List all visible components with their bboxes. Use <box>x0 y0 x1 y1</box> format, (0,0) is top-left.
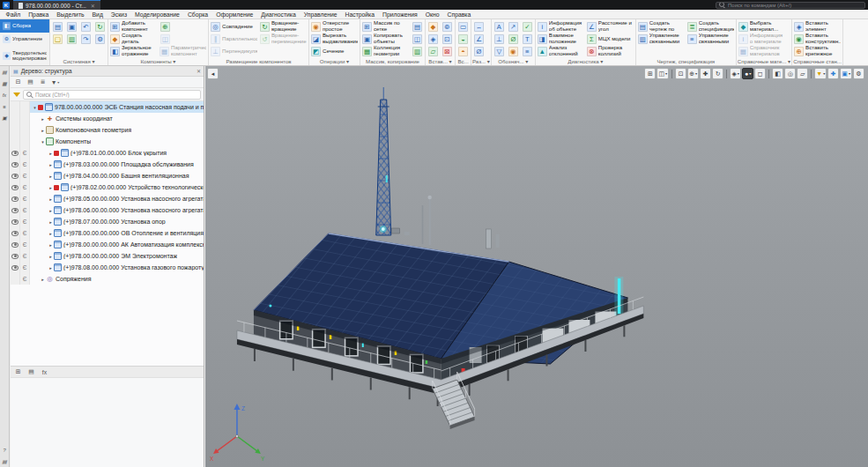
grid-pattern-button[interactable]: ⊞Массив по сетке <box>361 20 410 33</box>
tree-filter-icon[interactable]: ▼▾ <box>50 78 60 87</box>
tree-row-978-01[interactable]: Є▸(+)978.01.00.00.000 Блок укрытия <box>11 147 204 159</box>
app-logo-icon[interactable]: K <box>3 2 10 9</box>
pattern-by-points-button[interactable]: ▥ <box>411 45 424 57</box>
scene-settings-icon[interactable]: ▣▾ <box>840 68 852 79</box>
section-button[interactable]: ◩Сечение <box>310 45 359 57</box>
simple-hole-button[interactable]: ◉Отверстие простое <box>310 20 359 33</box>
mass-properties-button[interactable]: ΣМЦХ модели <box>586 33 634 45</box>
object-info-button[interactable]: iИнформация об объекте <box>537 20 585 33</box>
cut-extrude-button[interactable]: ◪Вырезать выдавливанием <box>310 33 359 45</box>
new-document-button[interactable]: ▤ <box>51 20 64 33</box>
visibility-eye-cell[interactable] <box>11 262 20 273</box>
expand-arrow-icon[interactable]: ▸ <box>48 231 54 236</box>
check-mark-button[interactable]: ✓ <box>521 20 534 33</box>
tree-tab-structure-icon[interactable]: ⊞ <box>13 367 23 377</box>
perpendicular-button[interactable]: ⊥Перпендикулярность <box>210 45 258 57</box>
menu-diagnostics[interactable]: Диагностика <box>257 10 300 19</box>
expand-arrow-icon[interactable]: ▸ <box>48 254 54 259</box>
expand-arrow-icon[interactable]: ▸ <box>48 265 54 271</box>
collision-check-button[interactable]: ⊗Проверка коллизий <box>586 45 634 57</box>
snap-settings-icon[interactable]: ✚ <box>827 68 839 79</box>
text-button[interactable]: Т <box>521 33 534 45</box>
expand-arrow-icon[interactable]: ▸ <box>48 196 54 202</box>
tree-grouping-icon[interactable]: ≣ <box>38 78 48 87</box>
expand-arrow-icon[interactable]: ▸ <box>48 174 54 179</box>
angular-dimension-button[interactable]: ∠ <box>472 33 486 45</box>
undo-button[interactable]: ↶ <box>79 20 93 33</box>
add-from-app-button[interactable]: ⊕ <box>159 20 172 33</box>
visibility-eye-cell[interactable] <box>11 193 20 204</box>
mirror-pattern-button[interactable]: ◫ <box>411 33 424 45</box>
menu-sketch[interactable]: Эскиз <box>107 10 130 19</box>
tree-row-978-02[interactable]: Є▸(+)978.02.00.00.000 Устройство техноло… <box>11 182 204 193</box>
insert-layout-button[interactable]: ▱ <box>427 45 440 57</box>
relative-position-button[interactable]: ◨Взаимное положение <box>537 33 585 45</box>
execution-cell[interactable]: Є <box>20 170 30 182</box>
execution-cell[interactable]: Є <box>20 216 30 227</box>
visibility-eye-cell[interactable] <box>11 159 20 170</box>
diagnostics-panel-tab-icon[interactable]: ≡ <box>1 102 9 110</box>
menu-assembly[interactable]: Сборка <box>183 10 211 19</box>
tree-panel-close-icon[interactable]: ✕ <box>197 68 201 74</box>
parallel-button[interactable]: ∥Параллельность <box>210 33 258 45</box>
execution-cell[interactable] <box>20 136 30 147</box>
insert-plane-button[interactable]: ⊡ <box>441 33 454 45</box>
visibility-eye-cell[interactable] <box>11 113 20 124</box>
tree-row-978-05[interactable]: Є▸(+)978.05.00.00.000 Установка насосног… <box>11 193 204 204</box>
hidden-lines-icon[interactable]: ◻ <box>754 68 766 79</box>
create-drawing-button[interactable]: ▤Создать чертеж по шаблону <box>637 20 686 33</box>
execution-cell[interactable] <box>20 101 30 113</box>
layout-geometry-button[interactable]: ◫ <box>159 33 172 45</box>
print-button[interactable]: ▥ <box>65 33 78 45</box>
datum-button[interactable]: ⊥ <box>493 33 506 45</box>
execution-cell[interactable] <box>20 124 30 136</box>
parametric-component-button[interactable]: ▦Параметрический компонент <box>159 45 207 57</box>
menu-applications[interactable]: Приложения <box>379 10 422 19</box>
visibility-eye-cell[interactable] <box>11 204 20 216</box>
help-panel-tab-icon[interactable]: ? <box>1 446 9 454</box>
aux-point-button[interactable]: ◓ <box>456 45 470 57</box>
execution-cell[interactable]: Є <box>20 147 30 159</box>
expand-arrow-icon[interactable]: ▸ <box>48 219 54 225</box>
select-material-button[interactable]: ◆Выбрать материал... <box>738 20 786 33</box>
visibility-eye-cell[interactable] <box>11 101 20 113</box>
insert-axis-button[interactable]: ⊚ <box>441 20 454 33</box>
visibility-eye-cell[interactable] <box>11 239 20 250</box>
centerline-button[interactable]: ≡ <box>521 45 534 57</box>
distance-angle-button[interactable]: ∠Расстояние и угол <box>586 20 634 33</box>
tree-row-978-08[interactable]: Є▸(+)978.08.00.00.000 Установка газового… <box>11 262 204 273</box>
expand-arrow-icon[interactable]: ▾ <box>40 139 46 145</box>
execution-cell[interactable]: Є <box>20 227 30 239</box>
menu-help[interactable]: Справка <box>443 10 475 19</box>
insert-point-button[interactable]: ⊠ <box>441 45 454 57</box>
tree-row-978-03[interactable]: Є▸(+)978.03.00.00.000 Площадка обслужива… <box>11 159 204 170</box>
save-document-button[interactable]: ▣ <box>65 20 78 33</box>
collapse-tree-button[interactable]: ◂ <box>207 68 219 79</box>
clip-area-icon[interactable]: ▱ <box>797 68 808 79</box>
insert-fastener-button[interactable]: ⊕Вставить крепежное со... <box>793 45 842 57</box>
tree-row-components[interactable]: ▾Компоненты <box>11 136 204 147</box>
geometry-collection-button[interactable]: ▦Коллекция геометрии <box>361 45 410 57</box>
visibility-eye-cell[interactable] <box>11 124 20 136</box>
libraries-panel-tab-icon[interactable]: ▣ <box>1 114 9 122</box>
aux-plane-button[interactable]: ▭ <box>456 20 470 33</box>
insert-structural-button[interactable]: ◉Вставить конструктивн... <box>793 33 842 45</box>
section-view-icon[interactable]: ◧ <box>772 68 783 79</box>
tree-panel-tab-icon[interactable]: ▤ <box>1 68 9 76</box>
deviation-analysis-button[interactable]: ▲Анализ отклонений <box>537 45 585 57</box>
tree-row-coordinate-systems[interactable]: ▸Системы координат <box>11 113 204 124</box>
execution-cell[interactable]: Є <box>20 159 30 170</box>
note-button[interactable]: A <box>493 20 506 33</box>
execution-cell[interactable] <box>20 113 30 124</box>
system-settings-button[interactable]: ⚙ <box>93 33 107 45</box>
visibility-eye-cell[interactable] <box>11 216 20 227</box>
tree-row-root[interactable]: ▾978.00.00.00.000 ЭСБ Станция насосная п… <box>11 101 204 113</box>
expand-arrow-icon[interactable]: ▸ <box>48 242 54 248</box>
aux-axis-button[interactable]: ◒ <box>456 33 470 45</box>
menu-window[interactable]: Окно <box>421 10 443 19</box>
create-part-button[interactable]: ◆Создать деталь <box>109 33 158 45</box>
manage-drawings-button[interactable]: ▥Управление связанными ч... <box>637 33 686 45</box>
tree-row-978-00-ov[interactable]: Є▸(+)978.00.00.00.000 ОВ Отопление и вен… <box>11 227 204 239</box>
grid-toggle-icon[interactable]: ⊞ <box>644 68 656 79</box>
rotation-rotation-button[interactable]: ↻Вращение-вращение <box>259 20 308 33</box>
